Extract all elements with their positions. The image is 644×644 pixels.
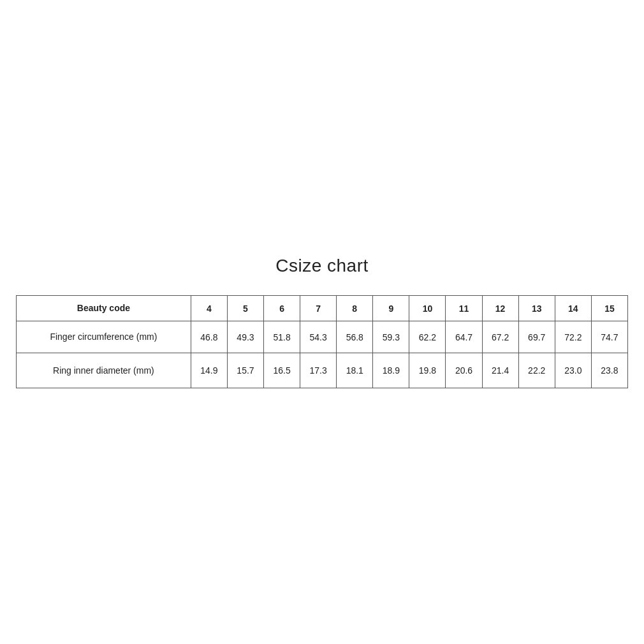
chart-container: Csize chart Beauty code 4567891011121314… [16, 256, 628, 389]
cell-0-10: 72.2 [555, 321, 591, 353]
header-size-14: 14 [555, 295, 591, 321]
header-size-8: 8 [337, 295, 373, 321]
cell-0-6: 62.2 [409, 321, 446, 353]
cell-1-8: 21.4 [482, 353, 518, 388]
chart-title: Csize chart [275, 256, 369, 276]
header-size-4: 4 [191, 295, 227, 321]
cell-0-2: 51.8 [264, 321, 300, 353]
cell-0-7: 64.7 [446, 321, 482, 353]
cell-0-4: 56.8 [337, 321, 373, 353]
row-label-1: Ring inner diameter (mm) [17, 353, 191, 388]
header-size-11: 11 [446, 295, 482, 321]
cell-1-9: 22.2 [518, 353, 555, 388]
header-size-5: 5 [227, 295, 263, 321]
table-row-1: Ring inner diameter (mm)14.915.716.517.3… [17, 353, 628, 388]
cell-1-5: 18.9 [373, 353, 409, 388]
row-label-0: Finger circumference (mm) [17, 321, 191, 353]
cell-0-1: 49.3 [227, 321, 263, 353]
header-size-6: 6 [264, 295, 300, 321]
cell-1-4: 18.1 [337, 353, 373, 388]
cell-1-7: 20.6 [446, 353, 482, 388]
header-label: Beauty code [17, 295, 191, 321]
cell-1-6: 19.8 [409, 353, 446, 388]
cell-1-3: 17.3 [300, 353, 337, 388]
header-size-15: 15 [591, 295, 627, 321]
header-size-10: 10 [409, 295, 446, 321]
header-size-13: 13 [518, 295, 555, 321]
header-size-12: 12 [482, 295, 518, 321]
cell-0-11: 74.7 [591, 321, 627, 353]
header-size-9: 9 [373, 295, 409, 321]
header-size-7: 7 [300, 295, 337, 321]
cell-1-0: 14.9 [191, 353, 227, 388]
header-row: Beauty code 456789101112131415 [17, 295, 628, 321]
cell-0-9: 69.7 [518, 321, 555, 353]
table-row-0: Finger circumference (mm)46.849.351.854.… [17, 321, 628, 353]
cell-0-3: 54.3 [300, 321, 337, 353]
cell-1-1: 15.7 [227, 353, 263, 388]
size-table: Beauty code 456789101112131415 Finger ci… [16, 295, 628, 389]
cell-0-0: 46.8 [191, 321, 227, 353]
cell-0-5: 59.3 [373, 321, 409, 353]
cell-1-11: 23.8 [591, 353, 627, 388]
cell-1-2: 16.5 [264, 353, 300, 388]
cell-1-10: 23.0 [555, 353, 591, 388]
cell-0-8: 67.2 [482, 321, 518, 353]
